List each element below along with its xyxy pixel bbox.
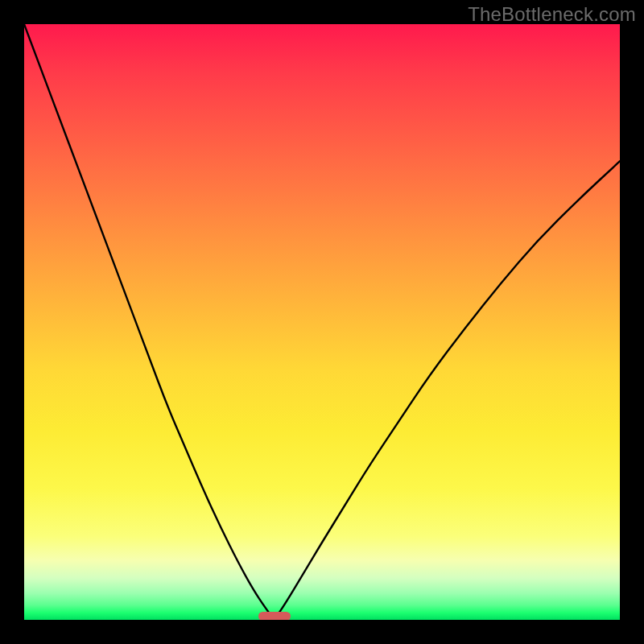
chart-frame: TheBottleneck.com: [0, 0, 644, 644]
watermark-text: TheBottleneck.com: [468, 3, 636, 26]
bottleneck-marker: [258, 612, 291, 620]
plot-area: [24, 24, 620, 620]
curve-svg: [24, 24, 620, 620]
bottleneck-curve-path: [24, 24, 620, 617]
